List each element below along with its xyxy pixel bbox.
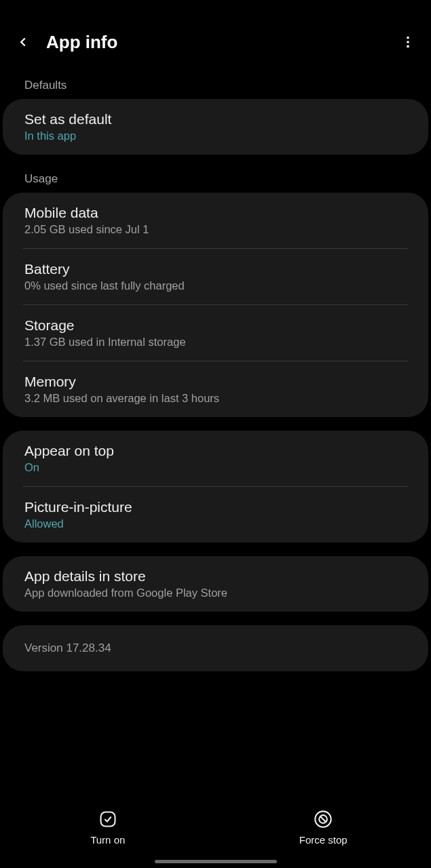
force-stop-button[interactable]: Force stop	[216, 787, 432, 868]
svg-point-2	[407, 45, 409, 48]
app-header: App info	[0, 0, 431, 75]
store-card: App details in store App downloaded from…	[3, 556, 428, 612]
storage-item[interactable]: Storage 1.37 GB used in Internal storage	[3, 305, 428, 361]
app-details-subtitle: App downloaded from Google Play Store	[24, 587, 407, 599]
defaults-card: Set as default In this app	[3, 99, 428, 155]
svg-rect-3	[100, 812, 115, 826]
permissions-card: Appear on top On Picture-in-picture Allo…	[3, 431, 428, 542]
set-as-default-title: Set as default	[24, 111, 407, 127]
storage-title: Storage	[24, 317, 407, 334]
mobile-data-title: Mobile data	[24, 205, 407, 221]
home-indicator[interactable]	[155, 860, 277, 863]
appear-on-top-subtitle: On	[24, 461, 407, 474]
memory-title: Memory	[24, 374, 407, 390]
force-stop-label: Force stop	[299, 834, 348, 846]
svg-point-0	[407, 37, 409, 39]
battery-title: Battery	[24, 261, 407, 277]
picture-in-picture-item[interactable]: Picture-in-picture Allowed	[3, 487, 428, 542]
section-header-usage: Usage	[0, 168, 431, 193]
battery-subtitle: 0% used since last fully charged	[24, 279, 407, 292]
version-text: Version 17.28.34	[24, 642, 407, 655]
set-as-default-subtitle: In this app	[24, 130, 407, 142]
back-icon[interactable]	[14, 33, 33, 52]
storage-subtitle: 1.37 GB used in Internal storage	[24, 336, 407, 349]
memory-item[interactable]: Memory 3.2 MB used on average in last 3 …	[3, 361, 428, 417]
turn-on-button[interactable]: Turn on	[0, 787, 216, 868]
checkmark-circle-icon	[98, 810, 117, 829]
app-details-title: App details in store	[24, 568, 407, 585]
version-card: Version 17.28.34	[3, 625, 428, 671]
set-as-default-item[interactable]: Set as default In this app	[3, 99, 428, 155]
battery-item[interactable]: Battery 0% used since last fully charged	[3, 249, 428, 304]
appear-on-top-title: Appear on top	[24, 443, 407, 459]
bottom-action-bar: Turn on Force stop	[0, 787, 431, 868]
picture-in-picture-title: Picture-in-picture	[24, 499, 407, 515]
app-details-in-store-item[interactable]: App details in store App downloaded from…	[3, 556, 428, 612]
picture-in-picture-subtitle: Allowed	[24, 517, 407, 530]
section-header-defaults: Defaults	[0, 75, 431, 99]
mobile-data-item[interactable]: Mobile data 2.05 GB used since Jul 1	[3, 193, 428, 248]
mobile-data-subtitle: 2.05 GB used since Jul 1	[24, 223, 407, 236]
usage-card: Mobile data 2.05 GB used since Jul 1 Bat…	[3, 193, 428, 417]
svg-point-1	[407, 41, 409, 43]
turn-on-label: Turn on	[90, 834, 125, 846]
page-title: App info	[46, 32, 398, 53]
svg-line-6	[320, 816, 326, 821]
appear-on-top-item[interactable]: Appear on top On	[3, 431, 428, 486]
more-options-icon[interactable]	[398, 33, 417, 52]
prohibit-icon	[314, 810, 333, 829]
memory-subtitle: 3.2 MB used on average in last 3 hours	[24, 392, 407, 405]
content-area: Defaults Set as default In this app Usag…	[0, 75, 431, 787]
